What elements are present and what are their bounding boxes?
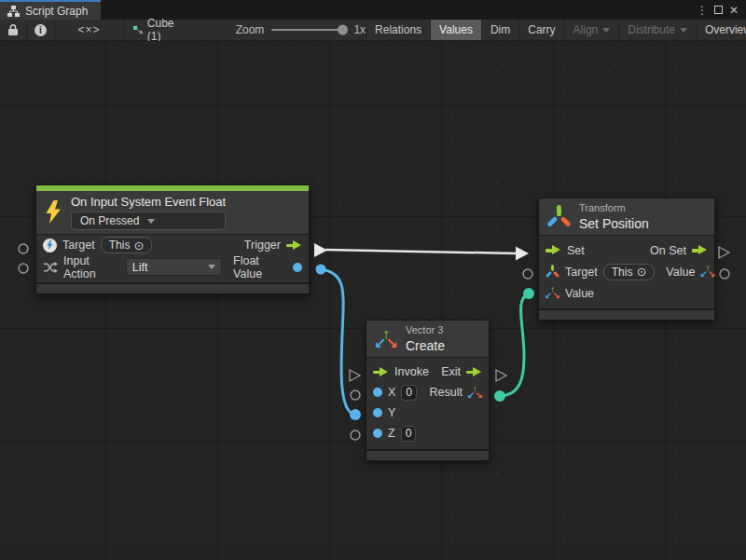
port-label-float-value: Float Value (233, 254, 287, 280)
node-category: Transform (579, 202, 649, 213)
code-icon: <×> (77, 23, 100, 36)
node-transform-set-position[interactable]: Transform Set Position Set On Set Target… (538, 198, 715, 321)
carry-button[interactable]: Carry (519, 20, 564, 40)
tab-script-graph[interactable]: Script Graph (0, 0, 101, 20)
port-row-set-onset: Set On Set (539, 244, 714, 257)
graph-tab-icon (7, 6, 20, 17)
graph-toolbar: i <×> Cube (1) Zoom 1x Relations Values … (0, 20, 746, 41)
node-body: Set On Set Target This ⊙ Value ↑↙↘ (539, 236, 714, 308)
node-category: Vector 3 (406, 324, 445, 335)
transform-port-icon (546, 265, 560, 279)
lock-icon (7, 23, 19, 36)
chevron-down-icon (680, 28, 687, 33)
vector3-icon: ↑↙↘ (375, 328, 397, 350)
port-label-on-set: On Set (650, 244, 686, 257)
code-preview-button[interactable]: <×> (55, 20, 124, 40)
target-object-chip[interactable]: This ⊙ (603, 264, 656, 280)
flow-input-port[interactable] (546, 245, 561, 256)
overview-button[interactable]: Overview (697, 20, 746, 40)
port-row-y: Y (366, 406, 489, 419)
object-picker-icon: ⊙ (133, 239, 144, 252)
node-on-input-system-event-float[interactable]: On Input System Event Float On Pressed T… (35, 184, 310, 294)
distribute-button[interactable]: Distribute (619, 20, 697, 40)
zoom-label: Zoom (236, 23, 265, 36)
result-output-port[interactable]: ↑↙↘ (468, 386, 482, 400)
x-value-field[interactable]: 0 (401, 385, 417, 401)
menu-icon[interactable]: ⋮ (697, 5, 708, 16)
toolbar-toggles: Relations Values Dim Carry Align Distrib… (366, 20, 746, 40)
port-label-result: Result (430, 386, 463, 399)
port-label-exit: Exit (441, 365, 461, 378)
align-button[interactable]: Align (565, 20, 620, 40)
value-input-port[interactable]: ↑↙↘ (546, 286, 560, 300)
node-title: Set Position (579, 216, 649, 231)
object-picker-icon: ⊙ (636, 266, 646, 278)
z-value-field[interactable]: 0 (401, 426, 417, 442)
y-input-port[interactable] (373, 408, 382, 417)
node-header: ↑↙↘ Vector 3 Create (366, 321, 489, 358)
port-row-z: Z 0 (366, 426, 489, 442)
port-row-x-result: X 0 Result ↑↙↘ (366, 385, 489, 401)
chevron-down-icon (602, 28, 610, 33)
window-controls: ⋮ ✕ (697, 0, 746, 20)
input-action-dropdown[interactable]: Lift (126, 258, 222, 276)
input-action-icon (43, 261, 58, 274)
chevron-down-icon (147, 219, 155, 224)
flow-output-port[interactable] (692, 245, 708, 256)
node-title: Create (406, 338, 445, 353)
node-title: On Input System Event Float (71, 195, 226, 209)
event-mode-dropdown[interactable]: On Pressed (71, 212, 226, 230)
zoom-control: Zoom 1x (187, 20, 366, 40)
target-object-chip[interactable]: This ⊙ (101, 237, 153, 253)
port-label-set: Set (567, 244, 585, 257)
port-label-target: Target (62, 239, 95, 252)
port-label-value-in: Value (565, 287, 594, 300)
port-label-y: Y (388, 406, 395, 419)
input-system-icon (43, 239, 57, 253)
tab-bar: Script Graph ⋮ ✕ (0, 0, 746, 20)
tab-title: Script Graph (25, 5, 88, 18)
port-row-input-action: Input Action Lift Float Value (36, 254, 309, 280)
chevron-down-icon (208, 265, 215, 269)
node-body: Target This ⊙ Trigger Input Action (36, 235, 309, 282)
node-header: On Input System Event Float On Pressed (36, 191, 309, 235)
port-label-value-out: Value (666, 266, 695, 279)
x-input-port[interactable] (373, 388, 382, 397)
port-label-z: Z (388, 427, 395, 440)
node-footer (36, 282, 309, 294)
dim-button[interactable]: Dim (482, 20, 519, 40)
graph-target-chip[interactable]: Cube (1) (124, 20, 187, 40)
zoom-slider[interactable] (271, 29, 346, 31)
info-icon: i (35, 24, 47, 36)
node-footer (539, 308, 714, 320)
value-output-port[interactable]: ↑↙↘ (700, 265, 714, 279)
port-row-value-in: ↑↙↘ Value (539, 286, 714, 300)
lightning-icon (45, 200, 62, 225)
values-button[interactable]: Values (431, 20, 482, 40)
node-body: Invoke Exit X 0 Result ↑↙↘ Y (366, 358, 489, 449)
close-icon[interactable]: ✕ (729, 5, 739, 16)
node-footer (366, 449, 489, 460)
port-label-target: Target (565, 266, 598, 279)
port-label-x: X (388, 386, 395, 399)
port-row-target-value: Target This ⊙ Value ↑↙↘ (539, 264, 714, 280)
lock-button[interactable] (0, 20, 27, 40)
float-output-port[interactable] (293, 263, 302, 272)
z-input-port[interactable] (373, 429, 382, 438)
port-row-invoke-exit: Invoke Exit (366, 365, 489, 378)
info-button[interactable]: i (27, 20, 55, 40)
relations-button[interactable]: Relations (366, 20, 431, 40)
port-label-invoke: Invoke (394, 365, 429, 378)
port-label-input-action: Input Action (63, 254, 120, 280)
flow-output-port[interactable] (286, 239, 302, 251)
graph-target-label: Cube (1) (147, 17, 178, 43)
zoom-slider-handle[interactable] (338, 25, 348, 35)
transform-icon (547, 205, 571, 228)
flow-input-port[interactable] (373, 366, 389, 377)
script-graph-window: Script Graph ⋮ ✕ i <×> Cube (1 (0, 0, 746, 560)
flow-output-port[interactable] (466, 366, 482, 377)
port-row-target: Target This ⊙ Trigger (36, 237, 309, 253)
maximize-icon[interactable] (714, 6, 723, 14)
node-vector3-create[interactable]: ↑↙↘ Vector 3 Create Invoke Exit X 0 Resu… (366, 320, 490, 461)
zoom-value: 1x (353, 23, 366, 36)
